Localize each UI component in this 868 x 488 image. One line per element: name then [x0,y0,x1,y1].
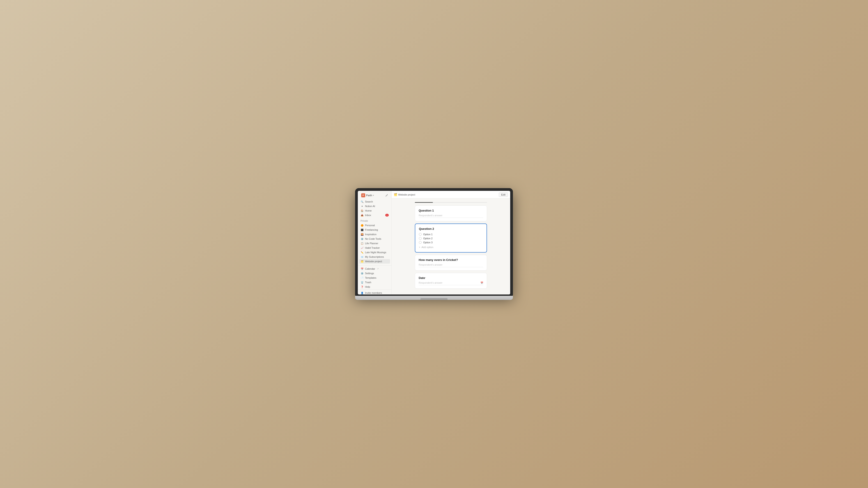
topbar: 🗂️ Website project Edit [392,191,510,198]
page-title: Website project [398,193,415,196]
question-4-title: Date* [419,276,483,280]
question-card-4: Date* Respondent's answer 📅 [415,273,487,289]
sidebar: P Parth ▾ 🔍 Search [358,191,392,294]
my-subscriptions-icon: 📧 [361,255,364,258]
username-label: Parth [366,194,372,197]
search-icon: 🔍 [361,200,364,203]
sidebar-item-habit-tracker[interactable]: 📈 Habit Tracker [359,246,390,250]
sidebar-item-personal[interactable]: 🟠 Personal [359,223,390,228]
templates-icon: 📄 [361,276,364,280]
laptop-base [355,296,513,300]
radio-circle-3 [419,241,422,244]
screen-bezel: P Parth ▾ 🔍 Search [355,188,513,296]
sidebar-item-settings[interactable]: ⚙️ Settings [359,271,390,275]
sidebar-item-late-night-musings[interactable]: ✏️ Late Night Musings [359,250,390,255]
sidebar-item-website-project[interactable]: 🗂️ Website project [359,259,390,264]
sidebar-nav: 🔍 Search ✦ Notion AI 🏠 Home 📥 Inbox [358,199,392,218]
sidebar-item-inspiration[interactable]: 🌄 Inspiration [359,232,390,236]
freelancing-icon: ⬛ [361,228,364,231]
laptop: P Parth ▾ 🔍 Search [355,188,513,300]
life-planner-icon: 📋 [361,242,364,245]
private-section-label: Private [358,218,392,223]
home-icon: 🏠 [361,209,364,212]
sidebar-item-inbox[interactable]: 📥 Inbox 1 [359,213,390,218]
edit-button[interactable]: Edit [499,192,508,197]
question-1-title: Question 1 [419,209,483,212]
progress-bar-fill [415,202,433,203]
sidebar-invite: 👤 Invite members [358,290,392,294]
option-1[interactable]: Option 1 [419,232,483,236]
sidebar-item-search[interactable]: 🔍 Search [359,199,390,204]
sidebar-item-freelancing[interactable]: ⬛ Freelancing [359,228,390,232]
trash-icon: 🗑️ [361,281,364,284]
sidebar-item-calendar[interactable]: 📅 Calendar ↗ [359,266,390,271]
sidebar-item-templates[interactable]: 📄 Templates [359,275,390,280]
add-option-button[interactable]: + Add option [419,246,483,249]
invite-members-button[interactable]: 👤 Invite members [359,291,390,294]
option-2[interactable]: Option 2 [419,236,483,240]
sidebar-item-home[interactable]: 🏠 Home [359,208,390,213]
question-card-1: Question 1 Respondent's answer [415,205,487,221]
calendar-picker-icon: 📅 [480,282,483,284]
sidebar-header: P Parth ▾ [358,191,392,199]
radio-circle-2 [419,237,422,240]
sidebar-item-no-code-tools[interactable]: ⚙️ No Code Tools [359,236,390,241]
question-1-answer[interactable]: Respondent's answer [419,214,483,218]
inbox-badge: 1 [385,214,389,217]
screen: P Parth ▾ 🔍 Search [358,191,510,294]
question-2-title: Question 2 [419,227,483,230]
form-area: Question 1 Respondent's answer Question … [392,198,510,294]
personal-icon: 🟠 [361,224,364,227]
website-project-icon: 🗂️ [361,260,364,263]
no-code-tools-icon: ⚙️ [361,237,364,240]
inspiration-icon: 🌄 [361,233,364,236]
question-3-title: How many overs in Cricket? [419,258,483,262]
help-icon: ❓ [361,285,364,288]
plus-icon: + [419,246,420,249]
breadcrumb: 🗂️ Website project [394,193,415,196]
question-4-answer[interactable]: Respondent's answer 📅 [419,282,483,285]
sidebar-bottom-nav: 📅 Calendar ↗ ⚙️ Settings 📄 Templates 🗑️ [358,265,392,290]
inbox-icon: 📥 [361,214,364,217]
private-section-nav: 🟠 Personal ⬛ Freelancing 🌄 Inspiration ⚙… [358,223,392,264]
avatar: P [361,193,365,197]
question-3-answer[interactable]: Respondent's answer [419,263,483,267]
habit-tracker-icon: 📈 [361,246,364,250]
page-icon: 🗂️ [394,193,397,196]
sidebar-item-notion-ai[interactable]: ✦ Notion AI [359,204,390,208]
form-container: Question 1 Respondent's answer Question … [415,202,487,289]
settings-icon: ⚙️ [361,272,364,275]
question-card-2: Question 2 Option 1 Option 2 [415,224,487,253]
notion-ai-icon: ✦ [361,204,364,208]
late-night-musings-icon: ✏️ [361,251,364,254]
sidebar-item-my-subscriptions[interactable]: 📧 My Subscriptions [359,255,390,259]
progress-bar [415,202,487,203]
option-3[interactable]: Option 3 [419,240,483,245]
main-content: 🗂️ Website project Edit [392,191,510,294]
calendar-icon: 📅 [361,267,364,270]
sidebar-item-help[interactable]: ❓ Help [359,285,390,289]
topbar-actions: Edit [499,192,508,197]
sidebar-item-trash[interactable]: 🗑️ Trash [359,280,390,285]
chevron-down-icon: ▾ [373,194,374,196]
question-card-3: How many overs in Cricket? Respondent's … [415,255,487,270]
invite-icon: 👤 [361,291,364,294]
radio-circle-1 [419,233,422,236]
user-menu[interactable]: P Parth ▾ [360,193,375,198]
new-page-icon[interactable] [384,193,389,198]
calendar-share-icon: ↗ [377,268,379,270]
sidebar-item-life-planner[interactable]: 📋 Life Planner [359,241,390,246]
